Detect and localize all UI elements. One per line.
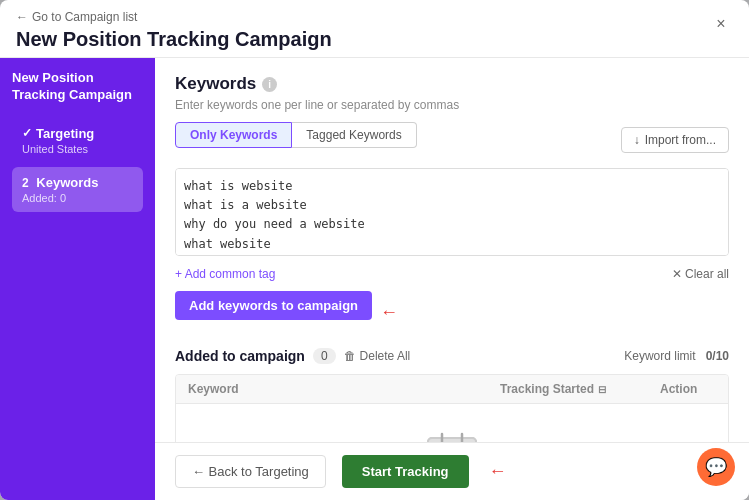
keyword-limit-value: 0/10 — [706, 349, 729, 363]
close-button[interactable]: × — [709, 12, 733, 36]
targeting-sub: United States — [22, 143, 133, 155]
col-keyword: Keyword — [176, 375, 488, 403]
back-to-targeting-button[interactable]: ← Back to Targeting — [175, 455, 326, 488]
footer-red-arrow-icon: ← — [489, 461, 507, 482]
modal-footer: ← Back to Targeting Start Tracking ← — [155, 442, 749, 500]
main-content: Keywords i Enter keywords one per line o… — [155, 58, 749, 500]
col-action: Action — [648, 375, 728, 403]
modal-overlay: ← Go to Campaign list New Position Track… — [0, 0, 749, 500]
keywords-sub: Added: 0 — [22, 192, 133, 204]
download-icon: ↓ — [634, 133, 640, 147]
back-link-label: Go to Campaign list — [32, 10, 137, 24]
added-header: Added to campaign 0 🗑 Delete All Keyword… — [175, 348, 729, 364]
delete-all-button[interactable]: 🗑 Delete All — [344, 349, 411, 363]
keyword-limit-label: Keyword limit 0/10 — [624, 349, 729, 363]
tab-tagged-keywords[interactable]: Tagged Keywords — [292, 122, 416, 148]
content-area: Keywords i Enter keywords one per line o… — [155, 58, 749, 442]
chat-bubble-button[interactable]: 💬 — [697, 448, 735, 486]
sidebar-item-targeting[interactable]: ✓ Targeting United States — [12, 118, 143, 163]
modal: ← Go to Campaign list New Position Track… — [0, 0, 749, 500]
chat-icon: 💬 — [705, 456, 727, 478]
keywords-label: Keywords — [36, 175, 98, 190]
check-icon: ✓ — [22, 126, 32, 140]
calendar-icon — [422, 428, 482, 442]
page-title: New Position Tracking Campaign — [16, 28, 733, 51]
tab-only-keywords[interactable]: Only Keywords — [175, 122, 292, 148]
keywords-section-title: Keywords i — [175, 74, 729, 94]
start-tracking-button[interactable]: Start Tracking — [342, 455, 469, 488]
info-icon[interactable]: i — [262, 77, 277, 92]
sidebar-item-keywords[interactable]: 2 Keywords Added: 0 — [12, 167, 143, 212]
col-tracking-started: Tracking Started ⊟ — [488, 375, 648, 403]
filter-icon: ⊟ — [598, 384, 606, 395]
table-header: Keyword Tracking Started ⊟ Action — [176, 375, 728, 404]
sidebar-title: New Position Tracking Campaign — [12, 70, 143, 104]
modal-body: New Position Tracking Campaign ✓ Targeti… — [0, 58, 749, 500]
tabs-row: Only Keywords Tagged Keywords ↓ Import f… — [175, 122, 729, 158]
back-arrow-icon: ← — [16, 10, 28, 24]
import-button[interactable]: ↓ Import from... — [621, 127, 729, 153]
keywords-num: 2 — [22, 176, 29, 190]
add-common-tag-button[interactable]: + Add common tag — [175, 267, 275, 281]
actions-row: + Add common tag ✕ Clear all — [175, 267, 729, 281]
empty-state: No keywords added yet i — [176, 404, 728, 442]
keyword-limit-area: Keyword limit 0/10 — [624, 349, 729, 363]
targeting-label: Targeting — [36, 126, 94, 141]
added-count: 0 — [313, 348, 336, 364]
modal-header: ← Go to Campaign list New Position Track… — [0, 0, 749, 58]
keyword-tabs: Only Keywords Tagged Keywords — [175, 122, 417, 148]
add-keywords-button[interactable]: Add keywords to campaign — [175, 291, 372, 320]
red-arrow-icon: ← — [380, 302, 398, 323]
added-title: Added to campaign — [175, 348, 305, 364]
trash-icon: 🗑 — [344, 349, 356, 363]
sidebar: New Position Tracking Campaign ✓ Targeti… — [0, 58, 155, 500]
section-description: Enter keywords one per line or separated… — [175, 98, 729, 112]
keywords-textarea[interactable]: what is website what is a website why do… — [175, 168, 729, 256]
clear-all-button[interactable]: ✕ Clear all — [672, 267, 729, 281]
keywords-table: Keyword Tracking Started ⊟ Action — [175, 374, 729, 442]
go-to-campaign-link[interactable]: ← Go to Campaign list — [16, 10, 733, 24]
